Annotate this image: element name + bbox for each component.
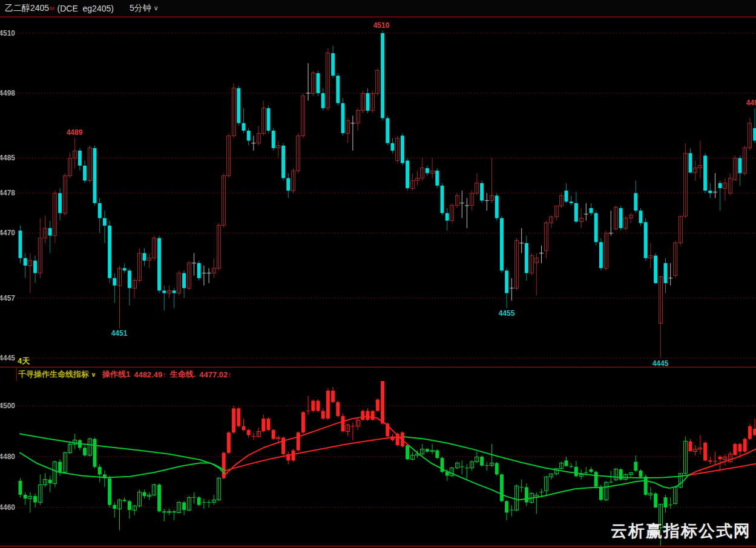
candle — [565, 460, 568, 466]
candle — [505, 501, 508, 513]
candle — [242, 426, 246, 430]
y-axis-label: 4510 — [0, 29, 15, 38]
y-axis-label: 4480 — [0, 452, 15, 461]
candle — [565, 191, 568, 201]
candle — [83, 166, 87, 181]
candle — [128, 270, 131, 288]
candle — [336, 76, 340, 103]
price-extreme-label: 4495 — [746, 99, 756, 107]
candle — [162, 290, 166, 293]
candle — [435, 171, 439, 186]
candle — [78, 151, 82, 166]
chevron-down-icon: ∨ — [154, 4, 159, 12]
candle — [341, 103, 345, 134]
candle — [162, 511, 166, 512]
candle — [123, 268, 127, 270]
candle — [599, 487, 603, 500]
candle — [317, 73, 320, 93]
candle — [267, 108, 271, 131]
candle — [619, 208, 623, 228]
candlestick-chart[interactable]: 4510449844854478447044574445448945104495… — [0, 18, 756, 367]
candle — [108, 226, 111, 278]
candle — [505, 270, 508, 293]
main-chart-panel: 4510449844854478447044574445448945104495… — [0, 18, 756, 368]
candle — [123, 500, 127, 501]
candle — [113, 278, 116, 285]
candle — [272, 131, 275, 148]
candle — [619, 469, 623, 480]
candle — [644, 222, 648, 258]
candle — [93, 439, 97, 467]
timeframe-selector[interactable]: 5分钟 ∨ — [130, 3, 159, 14]
candle — [341, 416, 345, 431]
candle — [24, 495, 27, 498]
candle — [435, 451, 439, 458]
candle — [480, 183, 484, 201]
candle — [242, 123, 246, 131]
candle — [281, 146, 285, 178]
life-line — [20, 434, 225, 471]
candle — [173, 290, 176, 293]
operation-line — [689, 449, 756, 475]
candle — [103, 218, 107, 226]
candle — [718, 183, 722, 188]
candle — [570, 201, 573, 203]
price-extreme-label: 4445 — [652, 359, 669, 367]
candle — [237, 408, 240, 426]
candle — [128, 501, 131, 510]
candle — [639, 471, 643, 477]
candle — [326, 391, 330, 419]
candle — [336, 402, 340, 416]
indicator-name-dropdown[interactable]: 千寻操作生命线指标 ∨ — [18, 369, 102, 380]
candle — [480, 457, 484, 466]
candle — [654, 494, 657, 507]
contract-name: 乙二醇2405 — [5, 3, 49, 14]
y-axis-label: 4445 — [0, 354, 15, 362]
price-extreme-label: 4489 — [67, 128, 83, 137]
candle — [599, 242, 603, 268]
candle — [93, 148, 97, 203]
candle — [361, 411, 364, 420]
y-axis-label: 4470 — [0, 229, 15, 237]
candle — [639, 210, 643, 223]
candle — [664, 497, 668, 507]
candle — [654, 256, 657, 283]
candle — [401, 135, 404, 163]
candle — [733, 444, 737, 455]
y-axis-label: 4460 — [0, 503, 15, 512]
candle — [708, 191, 712, 193]
timeframe-label: 5分钟 — [130, 3, 151, 14]
candle — [113, 505, 116, 509]
candle — [500, 474, 504, 501]
candle — [738, 444, 742, 452]
candle — [366, 411, 370, 420]
candle — [321, 93, 325, 108]
candle — [301, 413, 305, 433]
candle — [157, 238, 161, 291]
candle — [574, 203, 578, 222]
candle — [708, 460, 712, 462]
price-extreme-label: 4510 — [373, 21, 390, 30]
y-axis-label: 4485 — [0, 154, 15, 162]
price-extreme-label: 4451 — [111, 329, 128, 338]
candle — [381, 33, 384, 118]
y-axis-label: 4478 — [0, 189, 15, 197]
candle — [594, 472, 598, 486]
candle — [574, 467, 578, 477]
chevron-down-icon: ∨ — [91, 371, 96, 379]
candle — [286, 178, 290, 191]
candle — [143, 253, 146, 260]
line2-label: 生命线. — [170, 369, 196, 380]
line2-value: 4477.02↑ — [199, 370, 232, 379]
candle — [525, 243, 528, 273]
candle — [570, 466, 573, 467]
candle — [232, 408, 235, 432]
candle — [237, 88, 240, 123]
candle — [321, 411, 325, 419]
candle — [590, 208, 593, 213]
candle — [197, 263, 201, 278]
candle — [317, 401, 320, 411]
candle — [634, 462, 637, 471]
candle — [311, 401, 315, 411]
candle — [83, 448, 87, 455]
